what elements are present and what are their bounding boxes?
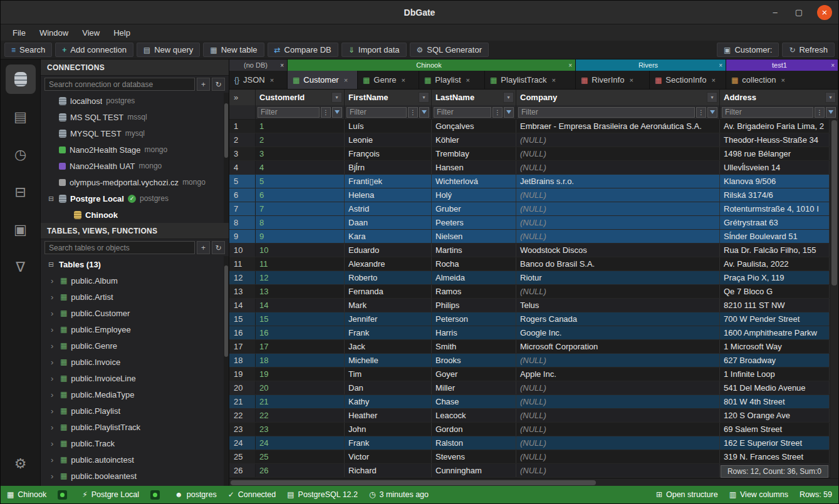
column-header[interactable]: CustomerId ▾: [256, 90, 345, 105]
connection-item[interactable]: olympus-medportal.vychozi.cz mongo: [41, 174, 229, 190]
table-row[interactable]: 14 14MarkPhilipsTelus8210 111 ST NW: [229, 299, 830, 312]
table-row[interactable]: 12 12RobertoAlmeidaRioturPraça Pio X, 11…: [229, 271, 830, 285]
grid-cell[interactable]: (NULL): [516, 395, 720, 408]
table-row[interactable]: 20 20DanMiller(NULL)541 Del Medio Avenue: [229, 381, 830, 395]
grid-cell[interactable]: Almeida: [432, 271, 516, 284]
grid-cell[interactable]: 700 W Pender Street: [720, 312, 830, 326]
grid-cell[interactable]: Victor: [345, 450, 432, 463]
grid-cell[interactable]: 3: [256, 147, 345, 160]
grid-cell[interactable]: 6: [256, 188, 345, 202]
jobs-icon[interactable]: ▣: [6, 215, 36, 244]
table-item[interactable]: › ▦ public.Playlist: [41, 403, 229, 419]
status-chinook[interactable]: ▦ Chinook: [7, 490, 46, 499]
table-row[interactable]: 10 10EduardoMartinsWoodstock DiscosRua D…: [229, 244, 830, 257]
connections-scrollbar[interactable]: [224, 93, 229, 223]
grid-cell[interactable]: 9: [256, 230, 345, 243]
grid-cell[interactable]: Stevens: [432, 450, 516, 463]
grid-cell[interactable]: (NULL): [516, 230, 720, 243]
table-row[interactable]: 15 15JenniferPetersonRogers Canada700 W …: [229, 312, 830, 326]
add-connection-button[interactable]: + Add connection: [55, 43, 133, 57]
row-number[interactable]: 6: [229, 188, 256, 202]
row-number[interactable]: 5: [229, 175, 256, 188]
tab-close-icon[interactable]: ×: [401, 76, 405, 84]
close-icon[interactable]: ×: [568, 62, 572, 69]
grid-cell[interactable]: Leonie: [345, 133, 432, 147]
grid-cell[interactable]: 162 E Superior Street: [720, 436, 830, 450]
grid-cell[interactable]: Gonçalves: [432, 120, 516, 133]
table-row[interactable]: 17 17JackSmithMicrosoft Corporation1 Mic…: [229, 340, 830, 354]
menu-file[interactable]: File: [6, 26, 33, 39]
grid-cell[interactable]: Ramos: [432, 285, 516, 298]
grid-cell[interactable]: Ullevĺlsveien 14: [720, 161, 830, 174]
table-item[interactable]: › ▦ public.Employee: [41, 321, 229, 337]
table-row[interactable]: 24 24FrankRalston(NULL)162 E Superior St…: [229, 436, 830, 450]
grid-cell[interactable]: (NULL): [516, 147, 720, 160]
close-icon[interactable]: ×: [817, 5, 832, 20]
grid-cell[interactable]: 20: [256, 381, 345, 394]
file-tab[interactable]: ▦ Genre ×: [358, 71, 419, 89]
grid-cell[interactable]: 1600 Amphitheatre Parkw: [720, 326, 830, 339]
row-number[interactable]: 18: [229, 354, 256, 367]
grid-cell[interactable]: Gruber: [432, 202, 516, 215]
row-number[interactable]: 9: [229, 230, 256, 243]
status-item[interactable]: [58, 490, 71, 500]
grid-cell[interactable]: Cunningham: [432, 464, 516, 477]
table-item[interactable]: › ▦ public.Track: [41, 435, 229, 451]
table-item[interactable]: › ▦ public.Artist: [41, 289, 229, 305]
grid-cell[interactable]: Daan: [345, 216, 432, 229]
menu-view[interactable]: View: [75, 26, 107, 39]
maximize-icon[interactable]: ▢: [793, 8, 805, 17]
table-row[interactable]: 16 16FrankHarrisGoogle Inc.1600 Amphithe…: [229, 326, 830, 340]
grid-cell[interactable]: Leacock: [432, 409, 516, 422]
row-number[interactable]: 4: [229, 161, 256, 174]
grid-cell[interactable]: 7: [256, 202, 345, 215]
collapse-icon[interactable]: ⊟: [47, 260, 55, 269]
grid-cell[interactable]: (NULL): [516, 285, 720, 298]
table-row[interactable]: 1 1LuísGonçalvesEmbraer - Empresa Brasil…: [229, 120, 830, 133]
row-number[interactable]: 11: [229, 257, 256, 270]
grid-cell[interactable]: (NULL): [516, 450, 720, 463]
file-tab[interactable]: ▦ Customer ×: [288, 71, 358, 89]
table-row[interactable]: 13 13FernandaRamos(NULL)Qe 7 Bloco G: [229, 285, 830, 299]
chevron-right-icon[interactable]: ›: [51, 455, 56, 465]
refresh-button[interactable]: ↻ Refresh: [782, 43, 835, 57]
filter-funnel-icon[interactable]: [332, 107, 342, 118]
table-row[interactable]: 19 19TimGoyerApple Inc.1 Infinite Loop: [229, 368, 830, 381]
grid-cell[interactable]: Fernanda: [345, 285, 432, 298]
grid-cell[interactable]: Alexandre: [345, 257, 432, 270]
grid-cell[interactable]: Michelle: [345, 354, 432, 367]
chevron-right-icon[interactable]: ›: [51, 292, 56, 302]
expander-icon[interactable]: ⊟: [47, 195, 55, 203]
tab-close-icon[interactable]: ×: [344, 76, 348, 84]
tab-close-icon[interactable]: ×: [781, 76, 785, 84]
status-postgre-local[interactable]: ⚡ Postgre Local: [82, 490, 139, 499]
row-number[interactable]: 17: [229, 340, 256, 353]
row-number[interactable]: 13: [229, 285, 256, 298]
grid-cell[interactable]: Telus: [516, 299, 720, 312]
chevron-right-icon[interactable]: ›: [51, 406, 56, 416]
grid-cell[interactable]: Google Inc.: [516, 326, 720, 339]
table-item[interactable]: › ▦ public.autoinctest: [41, 451, 229, 468]
tab-close-icon[interactable]: ×: [466, 76, 470, 84]
add-connection-icon[interactable]: +: [197, 78, 210, 91]
grid-cell[interactable]: 25: [256, 450, 345, 463]
grid-cell[interactable]: Rotenturmstraße 4, 1010 I: [720, 202, 830, 215]
grid-cell[interactable]: Peterson: [432, 312, 516, 326]
chevron-right-icon[interactable]: ›: [51, 439, 56, 448]
grid-cell[interactable]: 2: [256, 133, 345, 147]
grid-cell[interactable]: Martins: [432, 244, 516, 257]
tables-group-row[interactable]: ⊟ Tables (13): [41, 256, 229, 272]
import-data-button[interactable]: ⇓ Import data: [341, 43, 407, 57]
file-tab[interactable]: ▦ PlaylistTrack ×: [485, 71, 576, 89]
grid-cell[interactable]: (NULL): [516, 436, 720, 450]
grid-cell[interactable]: Embraer - Empresa Brasileira de Aeronáut…: [516, 120, 720, 133]
vertical-scrollbar[interactable]: [830, 120, 838, 478]
menu-help[interactable]: Help: [107, 26, 137, 39]
row-number[interactable]: 22: [229, 409, 256, 422]
filter-input[interactable]: [434, 107, 491, 118]
grid-cell[interactable]: 15: [256, 312, 345, 326]
grid-cell[interactable]: 12: [256, 271, 345, 284]
grid-cell[interactable]: (NULL): [516, 354, 720, 367]
db-group-tab[interactable]: Chinook ×: [288, 59, 576, 71]
table-item[interactable]: › ▦ public.PlaylistTrack: [41, 419, 229, 435]
